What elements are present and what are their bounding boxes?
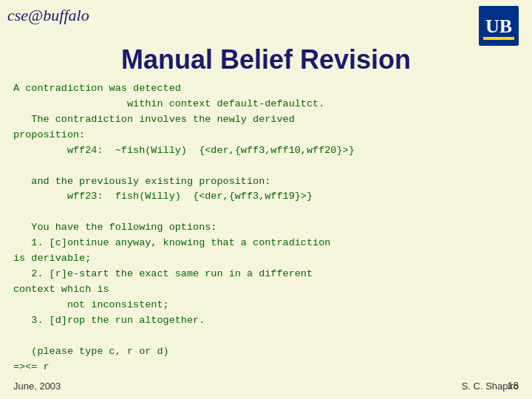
footer-date: June, 2003 bbox=[13, 381, 61, 392]
cse-logo: cse@buffalo bbox=[7, 6, 89, 25]
ub-logo: UB bbox=[479, 6, 519, 46]
slide-content: A contradiction was detected within cont… bbox=[13, 81, 519, 375]
svg-text:UB: UB bbox=[485, 16, 512, 37]
svg-rect-2 bbox=[483, 37, 514, 40]
slide-title: Manual Belief Revision bbox=[0, 44, 532, 75]
footer: June, 2003 S. C. Shapiro bbox=[0, 381, 532, 392]
slide-number: 18 bbox=[507, 381, 519, 392]
